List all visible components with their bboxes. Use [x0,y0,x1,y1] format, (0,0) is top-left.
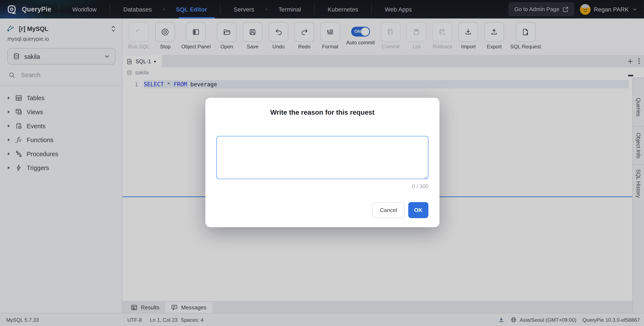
resize-grip-icon[interactable] [423,175,427,179]
dialog-title: Write the reason for this request [216,108,428,116]
char-counter: 0 / 300 [216,183,428,190]
reason-textarea[interactable] [216,136,428,179]
querypie-app: QueryPie Workflow Databases SQL Editor S… [0,0,644,326]
cancel-button[interactable]: Cancel [372,202,404,218]
reason-request-dialog: Write the reason for this request 0 / 30… [205,98,440,227]
ok-button[interactable]: OK [408,202,428,218]
